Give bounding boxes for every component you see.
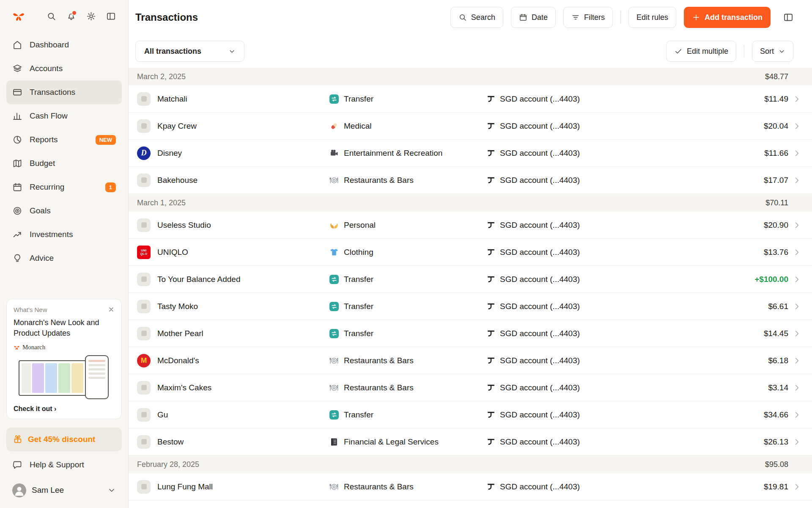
generic-merchant-icon <box>137 480 151 494</box>
filters-button[interactable]: Filters <box>563 7 613 28</box>
transaction-row[interactable]: UNIQLO UNIQLO Clothing SGD account (...4… <box>129 239 812 266</box>
edit-multiple-button[interactable]: Edit multiple <box>666 41 736 62</box>
check-icon <box>674 47 683 55</box>
chevron-right-icon[interactable] <box>788 329 801 338</box>
check-it-out-link[interactable]: Check it out › <box>14 405 56 413</box>
category-label[interactable]: Financial & Legal Services <box>344 437 439 447</box>
merchant-name: To Your Balance Added <box>157 275 241 284</box>
whats-new-thumbnail <box>14 353 115 401</box>
calendar-icon <box>519 13 527 22</box>
user-menu[interactable]: Sam Lee <box>6 477 122 504</box>
edit-rules-button[interactable]: Edit rules <box>628 7 676 28</box>
sidebar-item-recurring[interactable]: Recurring 1 <box>6 175 122 199</box>
close-icon[interactable] <box>108 306 115 313</box>
settings-gear-icon[interactable] <box>86 11 96 21</box>
transaction-amount: $6.18 <box>768 356 788 365</box>
category-label[interactable]: Restaurants & Bars <box>344 176 414 185</box>
chevron-right-icon[interactable] <box>788 122 801 130</box>
category-label[interactable]: Restaurants & Bars <box>344 482 414 491</box>
category-label[interactable]: Restaurants & Bars <box>344 383 414 392</box>
merchant-name: UNIQLO <box>157 248 188 257</box>
search-button[interactable]: Search <box>450 7 503 28</box>
chevron-right-icon[interactable] <box>788 221 801 229</box>
transaction-row[interactable]: Matchali Transfer SGD account (...4403) … <box>129 86 812 113</box>
discount-banner[interactable]: Get 45% discount <box>6 428 122 451</box>
transaction-row[interactable]: Maxim's Cakes Restaurants & Bars SGD acc… <box>129 374 812 401</box>
chevron-right-icon[interactable] <box>788 149 801 157</box>
transaction-amount: +$100.00 <box>754 275 788 284</box>
transaction-row[interactable]: D Disney Entertainment & Recreation SGD … <box>129 140 812 167</box>
category-label[interactable]: Transfer <box>344 275 373 284</box>
goals-icon <box>12 206 22 216</box>
chevron-right-icon[interactable] <box>788 384 801 392</box>
sidebar-collapse-icon[interactable] <box>106 11 116 21</box>
sidebar-item-advice[interactable]: Advice <box>6 246 122 270</box>
chevron-right-icon[interactable] <box>788 95 801 103</box>
category-label[interactable]: Medical <box>344 121 371 131</box>
right-panel-toggle-icon[interactable] <box>783 12 793 22</box>
sidebar-item-accounts[interactable]: Accounts <box>6 57 122 80</box>
sidebar-item-budget[interactable]: Budget <box>6 152 122 175</box>
chevron-right-icon[interactable] <box>788 356 801 365</box>
bank-logo-icon <box>487 384 495 392</box>
category-label[interactable]: Transfer <box>344 302 373 311</box>
transactions-filter-dropdown[interactable]: All transactions <box>135 41 244 62</box>
add-transaction-button[interactable]: Add transaction <box>684 7 771 28</box>
sidebar-item-cash-flow[interactable]: Cash Flow <box>6 104 122 128</box>
chevron-right-icon[interactable] <box>788 411 801 419</box>
category-label[interactable]: Entertainment & Recreation <box>344 149 442 158</box>
cashflow-icon <box>12 111 22 121</box>
uniqlo-merchant-icon: UNIQLO <box>137 246 151 259</box>
chevron-down-icon <box>228 48 236 55</box>
transaction-row[interactable]: Useless Studio Personal SGD account (...… <box>129 212 812 239</box>
sidebar-item-transactions[interactable]: Transactions <box>6 80 122 104</box>
transaction-row[interactable]: Bakehouse Restaurants & Bars SGD account… <box>129 167 812 194</box>
date-button[interactable]: Date <box>511 7 556 28</box>
restaurants-icon <box>329 482 339 491</box>
page-title: Transactions <box>135 11 198 23</box>
sidebar-item-investments[interactable]: Investments <box>6 223 122 246</box>
transaction-row[interactable]: Bestow Financial & Legal Services SGD ac… <box>129 428 812 456</box>
chevron-right-icon[interactable] <box>788 438 801 446</box>
monarch-logo-icon[interactable] <box>12 9 25 23</box>
transaction-row[interactable]: Mother Pearl Transfer SGD account (...44… <box>129 320 812 347</box>
chevron-right-icon[interactable] <box>788 302 801 311</box>
sidebar-spacer <box>0 270 128 299</box>
merchant-name: Bakehouse <box>157 176 198 185</box>
account-label: SGD account (...4403) <box>500 94 580 104</box>
transaction-row[interactable]: Kpay Crew Medical SGD account (...4403) … <box>129 113 812 140</box>
generic-merchant-icon <box>137 435 151 449</box>
sidebar-item-goals[interactable]: Goals <box>6 199 122 223</box>
sort-button[interactable]: Sort <box>752 41 793 62</box>
category-label[interactable]: Transfer <box>344 410 373 420</box>
merchant-name: Useless Studio <box>157 221 211 230</box>
restaurants-icon <box>329 383 339 392</box>
merchant-name: Disney <box>157 149 182 158</box>
notifications-bell-icon[interactable] <box>66 11 76 21</box>
sidebar-item-dashboard[interactable]: Dashboard <box>6 33 122 57</box>
transaction-row[interactable]: Lung Fung Mall Restaurants & Bars SGD ac… <box>129 473 812 500</box>
transaction-row[interactable]: To Your Balance Added Transfer SGD accou… <box>129 266 812 293</box>
chevron-down-icon <box>778 48 785 55</box>
generic-merchant-icon <box>137 119 151 133</box>
search-icon[interactable] <box>47 11 56 21</box>
bank-logo-icon <box>487 149 495 157</box>
chevron-right-icon[interactable] <box>788 275 801 284</box>
transactions-icon <box>12 87 22 97</box>
transaction-row[interactable]: M McDonald's Restaurants & Bars SGD acco… <box>129 347 812 374</box>
bank-logo-icon <box>487 411 495 419</box>
sidebar-item-reports[interactable]: Reports NEW <box>6 128 122 152</box>
budget-icon <box>12 158 22 168</box>
chevron-right-icon[interactable] <box>788 248 801 257</box>
transaction-row[interactable]: Tasty Moko Transfer SGD account (...4403… <box>129 293 812 320</box>
category-label[interactable]: Clothing <box>344 248 373 257</box>
chevron-right-icon[interactable] <box>788 483 801 491</box>
chevron-right-icon[interactable] <box>788 176 801 185</box>
transaction-row[interactable]: Gu Transfer SGD account (...4403) $34.66 <box>129 401 812 428</box>
help-support-item[interactable]: Help & Support <box>6 453 122 477</box>
category-label[interactable]: Transfer <box>344 329 373 338</box>
category-label[interactable]: Personal <box>344 221 376 230</box>
category-label[interactable]: Transfer <box>344 94 373 104</box>
chat-icon <box>12 460 22 470</box>
category-label[interactable]: Restaurants & Bars <box>344 356 414 365</box>
